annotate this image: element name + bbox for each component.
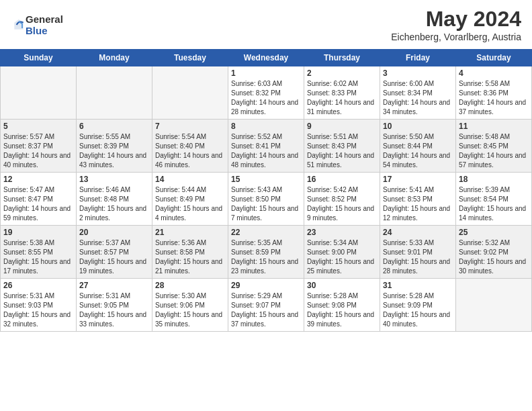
day-info: Sunrise: 6:02 AMSunset: 8:33 PMDaylight:… (307, 79, 377, 117)
day-number: 19 (3, 228, 73, 237)
calendar-cell: 19Sunrise: 5:38 AMSunset: 8:55 PMDayligh… (1, 226, 77, 279)
day-number: 9 (307, 122, 377, 131)
calendar-cell: 21Sunrise: 5:36 AMSunset: 8:58 PMDayligh… (152, 226, 228, 279)
location-title: Eichenberg, Vorarlberg, Austria (391, 32, 521, 42)
calendar-cell (152, 66, 228, 120)
calendar-cell: 31Sunrise: 5:28 AMSunset: 9:09 PMDayligh… (380, 279, 456, 332)
calendar-cell: 10Sunrise: 5:50 AMSunset: 8:44 PMDayligh… (380, 120, 456, 173)
logo-icon (12, 18, 26, 32)
day-info: Sunrise: 5:35 AMSunset: 8:59 PMDaylight:… (231, 238, 301, 276)
day-info: Sunrise: 6:03 AMSunset: 8:32 PMDaylight:… (231, 79, 301, 117)
day-info: Sunrise: 5:46 AMSunset: 8:48 PMDaylight:… (79, 185, 149, 223)
title-block: May 2024 Eichenberg, Vorarlberg, Austria (391, 7, 521, 42)
calendar-cell: 15Sunrise: 5:43 AMSunset: 8:50 PMDayligh… (228, 173, 304, 226)
day-info: Sunrise: 5:34 AMSunset: 9:00 PMDaylight:… (307, 238, 377, 276)
day-info: Sunrise: 5:48 AMSunset: 8:45 PMDaylight:… (459, 132, 529, 170)
calendar-cell: 3Sunrise: 6:00 AMSunset: 8:34 PMDaylight… (380, 66, 456, 120)
day-info: Sunrise: 5:51 AMSunset: 8:43 PMDaylight:… (307, 132, 377, 170)
calendar-cell: 17Sunrise: 5:41 AMSunset: 8:53 PMDayligh… (380, 173, 456, 226)
day-info: Sunrise: 5:42 AMSunset: 8:52 PMDaylight:… (307, 185, 377, 223)
day-number: 17 (383, 175, 453, 184)
day-number: 23 (307, 228, 377, 237)
logo-general-text: General (26, 13, 63, 25)
day-number: 5 (3, 122, 73, 131)
header: General Blue May 2024 Eichenberg, Vorarl… (0, 0, 532, 46)
calendar-week-row: 5Sunrise: 5:57 AMSunset: 8:37 PMDaylight… (1, 120, 532, 173)
day-info: Sunrise: 5:58 AMSunset: 8:36 PMDaylight:… (459, 79, 529, 117)
day-info: Sunrise: 5:28 AMSunset: 9:08 PMDaylight:… (307, 291, 377, 329)
weekday-header-monday: Monday (77, 50, 152, 66)
day-info: Sunrise: 5:55 AMSunset: 8:39 PMDaylight:… (79, 132, 149, 170)
day-info: Sunrise: 5:43 AMSunset: 8:50 PMDaylight:… (231, 185, 301, 223)
logo: General Blue (11, 13, 63, 36)
calendar-cell: 20Sunrise: 5:37 AMSunset: 8:57 PMDayligh… (77, 226, 152, 279)
weekday-header-thursday: Thursday (304, 50, 380, 66)
calendar-cell: 26Sunrise: 5:31 AMSunset: 9:03 PMDayligh… (1, 279, 77, 332)
day-info: Sunrise: 5:33 AMSunset: 9:01 PMDaylight:… (383, 238, 453, 276)
day-number: 24 (383, 228, 453, 237)
calendar-cell: 1Sunrise: 6:03 AMSunset: 8:32 PMDaylight… (228, 66, 304, 120)
day-info: Sunrise: 5:36 AMSunset: 8:58 PMDaylight:… (155, 238, 225, 276)
month-title: May 2024 (391, 7, 521, 32)
day-info: Sunrise: 5:57 AMSunset: 8:37 PMDaylight:… (3, 132, 73, 170)
day-info: Sunrise: 5:29 AMSunset: 9:07 PMDaylight:… (231, 291, 301, 329)
calendar-table: SundayMondayTuesdayWednesdayThursdayFrid… (0, 49, 532, 332)
calendar-week-row: 19Sunrise: 5:38 AMSunset: 8:55 PMDayligh… (1, 226, 532, 279)
calendar-cell: 9Sunrise: 5:51 AMSunset: 8:43 PMDaylight… (304, 120, 380, 173)
calendar-cell: 12Sunrise: 5:47 AMSunset: 8:47 PMDayligh… (1, 173, 77, 226)
calendar-cell: 25Sunrise: 5:32 AMSunset: 9:02 PMDayligh… (456, 226, 532, 279)
day-number: 12 (3, 175, 73, 184)
calendar-cell: 30Sunrise: 5:28 AMSunset: 9:08 PMDayligh… (304, 279, 380, 332)
day-info: Sunrise: 5:38 AMSunset: 8:55 PMDaylight:… (3, 238, 73, 276)
day-info: Sunrise: 5:30 AMSunset: 9:06 PMDaylight:… (155, 291, 225, 329)
day-info: Sunrise: 5:32 AMSunset: 9:02 PMDaylight:… (459, 238, 529, 276)
day-info: Sunrise: 6:00 AMSunset: 8:34 PMDaylight:… (383, 79, 453, 117)
day-number: 18 (459, 175, 529, 184)
day-number: 8 (231, 122, 301, 131)
weekday-header-tuesday: Tuesday (152, 50, 228, 66)
day-number: 21 (155, 228, 225, 237)
day-number: 6 (79, 122, 149, 131)
day-number: 25 (459, 228, 529, 237)
day-number: 20 (79, 228, 149, 237)
day-number: 11 (459, 122, 529, 131)
day-number: 1 (231, 68, 301, 78)
calendar-cell: 6Sunrise: 5:55 AMSunset: 8:39 PMDaylight… (77, 120, 152, 173)
day-info: Sunrise: 5:54 AMSunset: 8:40 PMDaylight:… (155, 132, 225, 170)
day-number: 28 (155, 281, 225, 290)
day-info: Sunrise: 5:31 AMSunset: 9:05 PMDaylight:… (79, 291, 149, 329)
day-number: 30 (307, 281, 377, 290)
day-number: 14 (155, 175, 225, 184)
calendar-week-row: 26Sunrise: 5:31 AMSunset: 9:03 PMDayligh… (1, 279, 532, 332)
calendar-cell: 2Sunrise: 6:02 AMSunset: 8:33 PMDaylight… (304, 66, 380, 120)
day-number: 2 (307, 68, 377, 78)
day-info: Sunrise: 5:31 AMSunset: 9:03 PMDaylight:… (3, 291, 73, 329)
calendar-cell (77, 66, 152, 120)
weekday-header-saturday: Saturday (456, 50, 532, 66)
calendar-cell: 5Sunrise: 5:57 AMSunset: 8:37 PMDaylight… (1, 120, 77, 173)
calendar-cell: 13Sunrise: 5:46 AMSunset: 8:48 PMDayligh… (77, 173, 152, 226)
calendar-cell (1, 66, 77, 120)
day-number: 10 (383, 122, 453, 131)
calendar-week-row: 1Sunrise: 6:03 AMSunset: 8:32 PMDaylight… (1, 66, 532, 120)
day-number: 27 (79, 281, 149, 290)
day-info: Sunrise: 5:52 AMSunset: 8:41 PMDaylight:… (231, 132, 301, 170)
day-number: 26 (3, 281, 73, 290)
weekday-header-row: SundayMondayTuesdayWednesdayThursdayFrid… (1, 50, 532, 66)
calendar-cell: 16Sunrise: 5:42 AMSunset: 8:52 PMDayligh… (304, 173, 380, 226)
day-number: 29 (231, 281, 301, 290)
calendar-cell: 27Sunrise: 5:31 AMSunset: 9:05 PMDayligh… (77, 279, 152, 332)
calendar-cell: 4Sunrise: 5:58 AMSunset: 8:36 PMDaylight… (456, 66, 532, 120)
day-number: 4 (459, 68, 529, 78)
calendar-week-row: 12Sunrise: 5:47 AMSunset: 8:47 PMDayligh… (1, 173, 532, 226)
logo-text: General Blue (26, 13, 63, 36)
calendar-cell: 22Sunrise: 5:35 AMSunset: 8:59 PMDayligh… (228, 226, 304, 279)
logo-blue-text: Blue (26, 25, 63, 36)
day-info: Sunrise: 5:41 AMSunset: 8:53 PMDaylight:… (383, 185, 453, 223)
calendar-cell: 28Sunrise: 5:30 AMSunset: 9:06 PMDayligh… (152, 279, 228, 332)
weekday-header-wednesday: Wednesday (228, 50, 304, 66)
weekday-header-sunday: Sunday (1, 50, 77, 66)
calendar-cell: 7Sunrise: 5:54 AMSunset: 8:40 PMDaylight… (152, 120, 228, 173)
day-number: 7 (155, 122, 225, 131)
day-number: 13 (79, 175, 149, 184)
